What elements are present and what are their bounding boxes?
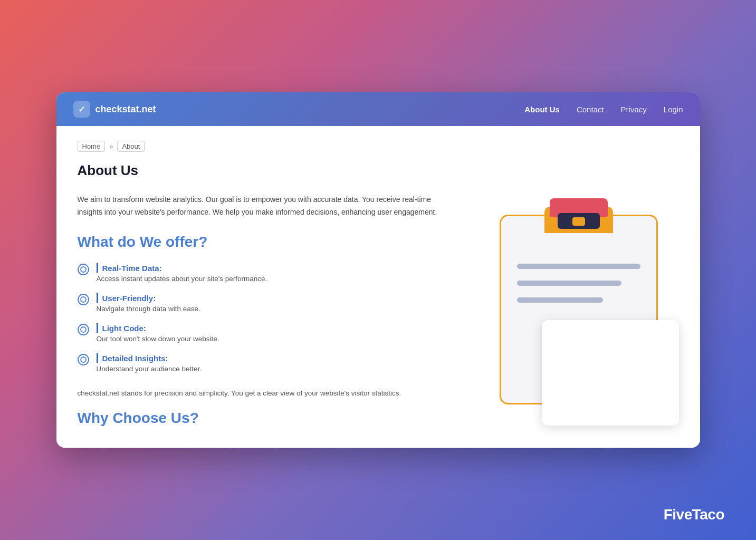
nav-login[interactable]: Login: [664, 105, 683, 114]
feature-border: [97, 263, 98, 273]
breadcrumb-home[interactable]: Home: [78, 141, 106, 152]
brand-logo: ✓: [73, 101, 90, 118]
checkmark-icon: ✓: [78, 104, 85, 114]
breadcrumb: Home » About: [78, 141, 679, 152]
check-circle-icon-3: [78, 324, 89, 335]
svg-point-0: [78, 264, 89, 275]
feature-lightcode-desc: Our tool won't slow down your website.: [97, 335, 219, 343]
main-window: ✓ checkstat.net About Us Contact Privacy…: [56, 92, 700, 447]
svg-point-4: [78, 324, 89, 335]
intro-text: We aim to transform website analytics. O…: [78, 194, 457, 219]
left-column: We aim to transform website analytics. O…: [78, 194, 457, 426]
line-3: [517, 297, 604, 303]
page-content: Home » About About Us We aim to transfor…: [56, 126, 700, 447]
svg-point-7: [81, 357, 86, 362]
feature-lightcode: Light Code: Our tool won't slow down you…: [78, 323, 457, 343]
illustration-container: [479, 194, 679, 415]
breadcrumb-current: About: [117, 141, 145, 152]
feature-realtime-desc: Access instant updates about your site's…: [97, 275, 267, 283]
feature-userfriendly: User-Friendly: Navigate through data wit…: [78, 293, 457, 313]
features-list: Real-Time Data: Access instant updates a…: [78, 263, 457, 373]
nav-contact[interactable]: Contact: [577, 105, 604, 114]
feature-realtime-title: Real-Time Data:: [97, 263, 267, 273]
breadcrumb-separator: »: [109, 142, 113, 150]
navbar: ✓ checkstat.net About Us Contact Privacy…: [56, 92, 700, 126]
clipboard-lines: [517, 264, 640, 303]
svg-point-2: [78, 294, 89, 305]
svg-point-5: [81, 327, 86, 332]
feature-insights: Detailed Insights: Understand your audie…: [78, 353, 457, 373]
watermark-text: FiveTaco: [664, 506, 724, 523]
feature-realtime: Real-Time Data: Access instant updates a…: [78, 263, 457, 283]
feature-border-2: [97, 293, 98, 303]
nav-links: About Us Contact Privacy Login: [524, 105, 683, 114]
check-circle-icon: [78, 264, 89, 275]
feature-border-4: [97, 353, 98, 363]
check-circle-icon-2: [78, 294, 89, 305]
page-title: About Us: [78, 162, 679, 179]
nav-privacy[interactable]: Privacy: [621, 105, 647, 114]
brand-name: checkstat.net: [95, 104, 156, 115]
feature-insights-title: Detailed Insights:: [97, 353, 202, 363]
feature-border-3: [97, 323, 98, 333]
why-heading: Why Choose Us?: [78, 410, 457, 427]
svg-point-6: [78, 354, 89, 365]
feature-insights-desc: Understand your audience better.: [97, 365, 202, 373]
watermark: FiveTaco: [664, 506, 724, 523]
svg-point-3: [81, 297, 86, 302]
feature-userfriendly-desc: Navigate through data with ease.: [97, 305, 200, 313]
feature-lightcode-title: Light Code:: [97, 323, 219, 333]
main-grid: We aim to transform website analytics. O…: [78, 194, 679, 426]
line-2: [517, 281, 622, 286]
nav-about-us[interactable]: About Us: [524, 105, 560, 114]
feature-lightcode-content: Light Code: Our tool won't slow down you…: [97, 323, 219, 343]
svg-point-1: [81, 267, 86, 272]
clipboard-paper: [542, 320, 679, 426]
footer-text: checkstat.net stands for precision and s…: [78, 388, 457, 399]
feature-userfriendly-content: User-Friendly: Navigate through data wit…: [97, 293, 200, 313]
feature-realtime-content: Real-Time Data: Access instant updates a…: [97, 263, 267, 283]
feature-userfriendly-title: User-Friendly:: [97, 293, 200, 303]
line-1: [517, 264, 640, 269]
clipboard-illustration: [489, 204, 668, 415]
brand: ✓ checkstat.net: [73, 101, 156, 118]
what-heading: What do We offer?: [78, 234, 457, 250]
check-circle-icon-4: [78, 354, 89, 365]
feature-insights-content: Detailed Insights: Understand your audie…: [97, 353, 202, 373]
